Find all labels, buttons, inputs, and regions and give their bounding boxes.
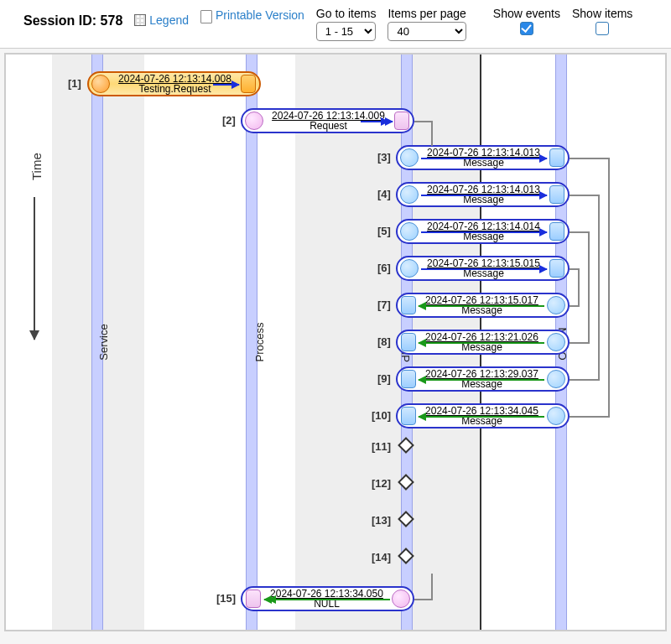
time-axis-arrow [34,197,35,340]
endpoint-icon [400,148,419,167]
connector [570,305,580,307]
arrow-left-icon [419,305,544,307]
endpoint-icon [400,222,419,241]
header-bar: Session ID: 578 Legend Printable Version… [0,0,671,49]
endpoint-icon [401,370,416,388]
endpoint-icon [400,259,419,278]
connector [570,231,590,233]
show-items-checkbox[interactable] [596,22,609,35]
endpoint-icon [91,75,110,93]
connector [570,379,600,381]
connector [431,121,433,146]
item-index: [3] [377,151,391,164]
connector [570,195,600,196]
session-id: Session ID: 578 [23,13,122,29]
endpoint-icon [547,370,565,388]
connector [431,574,433,600]
endpoint-icon [547,407,565,425]
item-index: [12] [372,477,391,490]
grid-icon [134,14,146,26]
endpoint-icon [392,589,410,608]
connector [570,158,610,159]
item-index: [2] [222,114,236,127]
endpoint-icon [401,407,416,425]
arrow-right-icon [421,268,547,270]
endpoint-icon [401,333,416,351]
item-index: [1] [68,77,81,90]
endpoint-icon [400,185,419,204]
endpoint-icon [246,589,261,608]
items-per-page-select[interactable]: 40 [388,22,466,41]
item-index: [9] [377,372,391,385]
arrow-left-icon [419,342,544,344]
time-axis-label: Time [29,153,44,180]
arrow-double-right-icon [361,121,393,122]
endpoint-icon [549,148,564,167]
item-index: [7] [377,299,391,311]
arrow-left-icon [419,379,544,381]
show-events-checkbox[interactable] [520,22,533,35]
endpoint-icon [245,112,263,130]
printable-label: Printable Version [216,8,304,23]
endpoint-icon [547,296,565,314]
endpoint-icon [547,333,565,351]
endpoint-icon [549,185,564,204]
printable-link[interactable]: Printable Version [200,8,304,23]
item-index: [13] [372,514,391,527]
item-index: [14] [372,551,391,564]
connector [578,268,580,307]
endpoint-icon [241,75,256,93]
show-events-label: Show events [493,7,560,20]
item-index: [11] [372,440,391,453]
goto-items-select[interactable]: 1 - 15 [316,22,377,41]
endpoint-icon [549,222,564,241]
item-index: [8] [377,335,391,348]
show-events-group: Show events [493,7,560,35]
connector [570,342,590,344]
items-per-page-label: Items per page [388,7,466,20]
item-index: [4] [377,188,391,200]
item-index: [10] [372,409,391,422]
connector [588,231,590,344]
arrow-right-icon [421,158,547,159]
item-index: [6] [377,262,391,274]
connector [570,416,610,418]
connector [414,121,433,122]
goto-items-label: Go to items [316,7,377,20]
legend-link[interactable]: Legend [134,13,189,27]
endpoint-icon [401,296,416,314]
items-per-page-group: Items per page 40 [388,7,466,41]
arrow-right-icon [213,84,239,86]
connector [608,158,610,418]
arrow-right-icon [421,231,547,233]
legend-label: Legend [149,13,189,27]
item-index: [5] [377,225,391,237]
lane-label-process: Process [253,323,266,362]
item-index: [15] [216,592,236,605]
document-icon [200,10,212,23]
endpoint-icon [394,112,409,130]
trace-diagram: Service Process MndP Mnd O Time [1] 2024… [4,53,667,631]
endpoint-icon [549,259,564,278]
show-items-label: Show items [572,7,632,20]
arrow-left-icon [419,416,544,418]
connector [598,195,600,381]
show-items-group: Show items [572,7,632,35]
connector [414,599,433,600]
arrow-right-icon [421,195,547,196]
lane-label-service: Service [97,324,110,360]
arrow-double-left-icon [264,599,390,600]
goto-items-group: Go to items 1 - 15 [316,7,377,41]
